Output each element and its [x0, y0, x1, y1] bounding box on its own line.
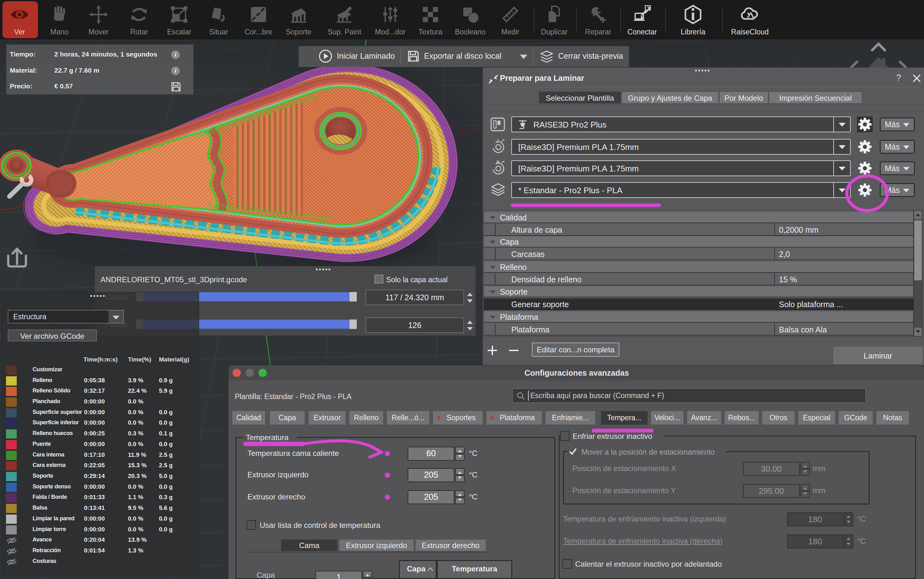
svg-text:R: R — [496, 160, 500, 165]
svg-text:I: I — [497, 138, 499, 143]
